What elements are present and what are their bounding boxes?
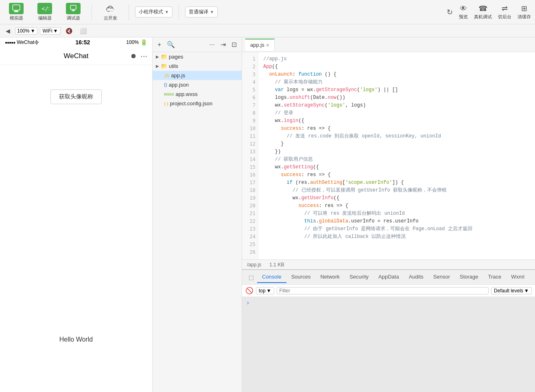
utils-folder-icon: 📁 [161,63,167,69]
switch-icon: ⇌ [502,4,508,13]
top-toolbar: 模拟器 </> 编辑器 调试器 云开发 小程序模式 ▼ 普通编译 ▼ ↻ 👁 预… [0,0,535,24]
file-path-status: /app.js [247,262,261,268]
file-item-appwxss[interactable]: wxss app.wxss [153,89,242,99]
tab-storage[interactable]: Storage [455,271,483,283]
pages-arrow: ▶ [156,54,159,59]
toolbar-sep-1 [92,4,92,20]
battery-percent: 100% [126,39,139,45]
refresh-btn[interactable]: ↻ [447,8,453,17]
preview-btn[interactable]: 👁 预览 [459,4,468,20]
file-more-btn[interactable]: ··· [208,40,216,49]
devtools-body: › [242,297,535,392]
code-editor: app.js × 123456 789101112 131415161718 1… [242,37,535,269]
line-numbers: 123456 789101112 131415161718 1920212223… [242,52,258,259]
second-toolbar: ◀ 100% ▼ WiFi ▼ 🔇 ⬜ [0,24,535,37]
signal-dots: ●●●●● [5,40,15,45]
file-item-projectconfig[interactable]: (·) project.config.json [153,99,242,108]
toolbar-sep-3 [179,4,179,20]
tab-sensor[interactable]: Sensor [428,271,455,283]
devtools-inspect-btn[interactable]: ⬚ [245,274,257,281]
search-file-btn[interactable]: 🔍 [165,40,177,49]
hello-text: Hello World [59,336,93,384]
tab-trace[interactable]: Trace [483,271,507,283]
file-item-appjson[interactable]: {} app.json [153,80,242,89]
file-item-pages[interactable]: ▶ 📁 pages [153,52,242,61]
mode-select-arrow: ▼ [165,10,169,14]
appwxss-label: app.wxss [175,91,197,97]
file-item-appjs[interactable]: JS app.js [153,71,242,80]
file-indent-btn[interactable]: ⇥ [219,40,227,49]
tab-security[interactable]: Security [345,271,373,283]
context-value: top [259,288,266,294]
simulator-label: 模拟器 [10,15,23,21]
cloud-icon [103,3,118,14]
appjs-label: app.js [171,72,185,78]
context-select[interactable]: top ▼ [256,287,274,294]
nav-title: WeChat [63,52,88,60]
appwxss-icon: wxss [164,92,174,96]
debugger-label: 调试器 [67,15,80,21]
compile-select[interactable]: 普通编译 ▼ [185,7,218,17]
sim-time: 16:52 [75,39,90,46]
tab-appjs[interactable]: app.js × [245,39,275,51]
editor-btn[interactable]: </> 编辑器 [33,2,57,23]
clear-cache-btn[interactable]: ⊞ 清缓存 [518,4,531,20]
expand-btn[interactable]: ◀ [3,27,13,35]
file-size-status: 1.1 KB [269,262,284,268]
sound-off-btn[interactable]: 🔇 [63,27,75,35]
main-area: ●●●●● WeChat令 16:52 100% 🔋 WeChat ⏺ ··· … [0,37,535,392]
devtools-tabs: ⬚ Console Sources Network Security AppDa… [242,270,535,285]
switch-backend-btn[interactable]: ⇌ 切后台 [498,4,511,20]
layers-icon: ⊞ [521,4,527,13]
simulator-icon [9,3,24,14]
mode-select-value: 小程序模式 [139,9,163,15]
cloud-btn[interactable]: 云开发 [98,2,122,23]
file-item-utils[interactable]: ▶ 📁 utils [153,61,242,71]
filter-input[interactable] [277,287,489,294]
toolbar-sep-2 [129,4,129,20]
levels-select[interactable]: Default levels ▼ [491,287,532,294]
tab-close-btn[interactable]: × [266,42,269,48]
tab-wxml[interactable]: Wxml [506,271,529,283]
simulator-panel: ●●●●● WeChat令 16:52 100% 🔋 WeChat ⏺ ··· … [0,37,153,392]
tab-console[interactable]: Console [257,271,286,283]
pages-label: pages [169,54,183,60]
no-entry-icon[interactable]: 🚫 [245,287,253,294]
battery-icon: 🔋 [140,39,147,46]
utils-arrow: ▶ [156,64,159,68]
editor-label: 编辑器 [38,15,52,21]
real-machine-btn[interactable]: ☎ 真机调试 [474,4,492,20]
pages-folder-icon: 📁 [161,54,167,60]
carrier-name: WeChat令 [17,39,39,46]
editor-devtools-container: app.js × 123456 789101112 131415161718 1… [242,37,535,392]
mode-select[interactable]: 小程序模式 ▼ [135,7,173,17]
get-avatar-btn[interactable]: 获取头像昵称 [50,89,102,104]
network-select[interactable]: WiFi ▼ [40,27,61,35]
preview-label: 预览 [459,14,468,20]
tab-sources[interactable]: Sources [286,271,316,283]
clear-cache-label: 清缓存 [518,14,531,20]
levels-arrow: ▼ [524,288,529,294]
zoom-arrow: ▼ [31,28,35,34]
tab-network[interactable]: Network [315,271,345,283]
switch-label: 切后台 [498,14,511,20]
simulator-btn[interactable]: 模拟器 [4,2,28,23]
screenshot-btn[interactable]: ⬜ [77,27,89,35]
compile-select-arrow: ▼ [210,10,214,14]
console-prompt[interactable]: › [247,299,249,306]
tab-appdata[interactable]: AppData [373,271,404,283]
zoom-value: 100% [17,28,30,34]
file-layout-btn[interactable]: ⊡ [230,40,238,49]
tab-audits[interactable]: Audits [404,271,428,283]
sim-nav-bar: WeChat ⏺ ··· [0,47,152,65]
debugger-btn[interactable]: 调试器 [61,2,85,23]
file-tree: + 🔍 ··· ⇥ ⊡ ▶ 📁 pages ▶ 📁 utils [153,37,242,392]
svg-text:</>: </> [41,5,49,12]
config-icon: (·) [164,101,168,106]
zoom-select[interactable]: 100% ▼ [15,27,37,35]
editor-file-area: + 🔍 ··· ⇥ ⊡ ▶ 📁 pages ▶ 📁 utils [153,37,535,392]
appjson-label: app.json [169,82,189,88]
add-file-btn[interactable]: + [156,40,163,49]
file-tree-toolbar: + 🔍 ··· ⇥ ⊡ [153,37,242,52]
levels-value: Default levels [494,288,523,294]
